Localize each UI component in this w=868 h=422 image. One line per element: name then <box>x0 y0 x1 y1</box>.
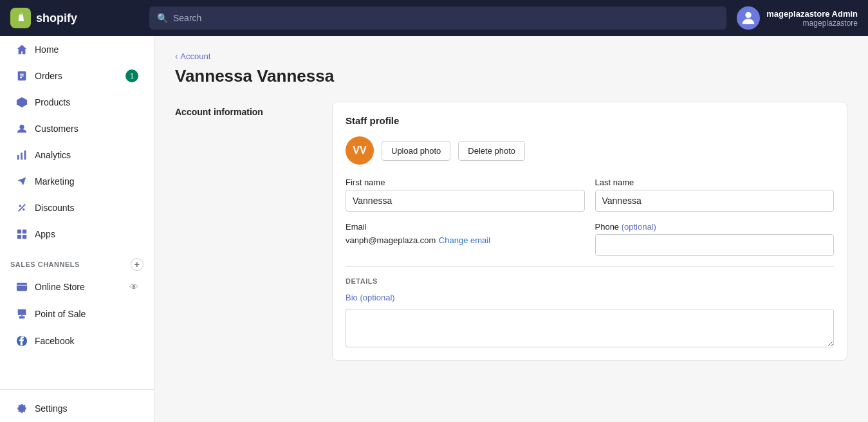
search-bar[interactable]: 🔍 <box>149 6 726 30</box>
orders-icon <box>15 69 28 82</box>
analytics-icon <box>15 149 28 161</box>
first-name-input[interactable] <box>346 190 585 212</box>
sidebar-item-analytics[interactable]: Analytics <box>5 142 149 168</box>
logo[interactable]: shopify <box>10 8 139 28</box>
products-icon <box>15 96 28 109</box>
sidebar-item-marketing[interactable]: Marketing <box>5 169 149 194</box>
phone-optional: (optional) <box>622 222 656 232</box>
svg-point-0 <box>745 12 751 18</box>
breadcrumb[interactable]: ‹ Account <box>175 51 847 61</box>
last-name-input[interactable] <box>595 190 835 212</box>
sidebar-item-home[interactable]: Home <box>5 37 149 62</box>
top-nav: shopify 🔍 mageplazastore Admin mageplaza… <box>0 0 868 36</box>
page-title: Vannessa Vannessa <box>175 66 847 86</box>
svg-rect-7 <box>21 152 23 160</box>
user-avatar <box>737 6 760 30</box>
name-row: First name Last name <box>346 178 834 212</box>
logo-text: shopify <box>36 12 77 25</box>
svg-point-10 <box>23 208 25 211</box>
eye-icon[interactable]: 👁 <box>129 282 138 292</box>
breadcrumb-arrow: ‹ <box>175 51 178 61</box>
delete-photo-button[interactable]: Delete photo <box>458 141 525 161</box>
marketing-icon <box>15 175 28 188</box>
sidebar-label-analytics: Analytics <box>35 150 71 160</box>
main-content: ‹ Account Vannessa Vannessa Account info… <box>154 36 868 422</box>
sidebar-label-facebook: Facebook <box>35 336 74 346</box>
discounts-icon <box>15 201 28 214</box>
svg-rect-8 <box>24 151 26 160</box>
contact-row: Email vanph@mageplaza.com Change email P… <box>346 222 834 256</box>
svg-point-9 <box>19 205 22 208</box>
sidebar-label-apps: Apps <box>35 229 55 239</box>
user-store: mageplazastore <box>766 19 858 28</box>
email-group: Email vanph@mageplaza.com Change email <box>346 222 585 246</box>
sidebar-label-pos: Point of Sale <box>35 309 86 319</box>
sidebar-item-point-of-sale[interactable]: Point of Sale <box>5 301 149 327</box>
staff-avatar: VV <box>346 136 374 165</box>
svg-rect-6 <box>17 155 19 160</box>
email-value: vanph@mageplaza.com <box>346 235 436 245</box>
sidebar-label-discounts: Discounts <box>35 203 74 213</box>
search-icon: 🔍 <box>157 13 168 23</box>
sidebar-label-marketing: Marketing <box>35 176 74 187</box>
bio-input[interactable] <box>346 309 834 347</box>
sales-channels-header: SALES CHANNELS + <box>0 248 154 273</box>
settings-section: Settings <box>0 389 154 422</box>
sidebar-item-settings[interactable]: Settings <box>5 396 149 421</box>
shopify-logo-icon <box>10 8 31 28</box>
svg-rect-12 <box>23 230 26 234</box>
phone-label: Phone (optional) <box>595 222 835 232</box>
divider <box>346 266 834 267</box>
details-label: DETAILS <box>346 277 834 285</box>
sidebar-label-products: Products <box>35 97 70 107</box>
apps-icon <box>15 228 28 241</box>
card-title: Staff profile <box>346 115 834 126</box>
settings-icon <box>15 402 28 415</box>
sidebar-item-facebook[interactable]: Facebook <box>5 328 149 354</box>
customers-icon <box>15 122 28 135</box>
change-email-link[interactable]: Change email <box>439 235 490 245</box>
pos-icon <box>15 307 28 320</box>
svg-rect-13 <box>17 235 21 239</box>
svg-rect-11 <box>17 230 21 234</box>
sidebar-nav: Home Orders 1 Products <box>0 36 154 248</box>
sidebar-item-apps[interactable]: Apps <box>5 221 149 247</box>
bio-optional: (optional) <box>360 293 394 302</box>
online-store-icon <box>15 280 28 293</box>
sidebar: Home Orders 1 Products <box>0 36 154 422</box>
svg-rect-16 <box>18 309 26 315</box>
sidebar-item-customers[interactable]: Customers <box>5 116 149 142</box>
phone-group: Phone (optional) <box>595 222 835 256</box>
content-grid: Account information Staff profile VV Upl… <box>175 102 847 361</box>
bio-label: Bio (optional) <box>346 293 834 302</box>
sidebar-item-orders[interactable]: Orders 1 <box>5 63 149 89</box>
sales-channels-label: SALES CHANNELS <box>10 261 80 268</box>
user-name: mageplazastore Admin <box>766 9 858 19</box>
user-info: mageplazastore Admin mageplazastore <box>766 9 858 28</box>
phone-input[interactable] <box>595 234 835 256</box>
sidebar-item-discounts[interactable]: Discounts <box>5 195 149 221</box>
online-store-left: Online Store <box>15 280 85 293</box>
svg-rect-14 <box>23 235 26 239</box>
sidebar-label-settings: Settings <box>35 403 68 414</box>
sidebar-item-products[interactable]: Products <box>5 89 149 115</box>
last-name-group: Last name <box>595 178 835 212</box>
home-icon <box>15 43 28 56</box>
avatar-row: VV Upload photo Delete photo <box>346 136 834 165</box>
email-value-row: vanph@mageplaza.com Change email <box>346 234 585 246</box>
bio-group: Bio (optional) <box>346 293 834 347</box>
last-name-label: Last name <box>595 178 835 187</box>
search-input[interactable] <box>173 13 719 23</box>
upload-photo-button[interactable]: Upload photo <box>382 141 450 161</box>
sidebar-label-customers: Customers <box>35 124 78 134</box>
sidebar-label-orders: Orders <box>35 71 62 81</box>
sidebar-item-online-store[interactable]: Online Store 👁 <box>5 274 149 300</box>
orders-badge: 1 <box>125 69 138 82</box>
add-channel-button[interactable]: + <box>131 258 143 271</box>
first-name-label: First name <box>346 178 585 187</box>
first-name-group: First name <box>346 178 585 212</box>
email-label: Email <box>346 222 585 232</box>
user-menu[interactable]: mageplazastore Admin mageplazastore <box>737 6 858 30</box>
sidebar-label-home: Home <box>35 44 59 55</box>
staff-profile-card: Staff profile VV Upload photo Delete pho… <box>332 102 847 361</box>
